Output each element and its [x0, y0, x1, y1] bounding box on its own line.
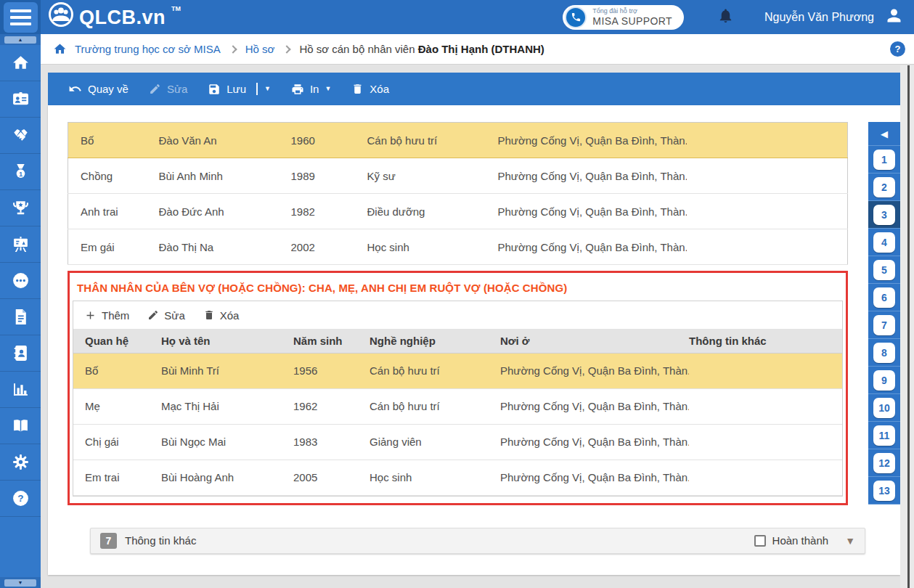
page-button-8[interactable]: 8	[868, 339, 900, 367]
sidebar-item-help[interactable]: ?	[0, 481, 41, 517]
current-user-name[interactable]: Nguyễn Văn Phương	[764, 11, 874, 24]
section-number-badge: 7	[100, 533, 117, 549]
medal-icon: 1	[12, 163, 30, 181]
document-icon	[12, 308, 30, 326]
page-button-10[interactable]: 10	[868, 394, 900, 422]
page-button-3-active[interactable]: 3	[868, 201, 900, 229]
sidebar-item-awards[interactable]: 1	[0, 154, 41, 190]
scrollbar-track[interactable]	[900, 65, 914, 588]
table-row[interactable]: Em traiBùi Hoàng Anh2005Học sinhPhường C…	[73, 460, 842, 495]
spouse-relatives-table: Quan hệHọ và tênNăm sinhNghề nghiệpNơi ở…	[73, 329, 842, 496]
help-button[interactable]: ?	[890, 41, 905, 57]
table-row-selected[interactable]: BốBùi Minh Trí1956Cán bộ hưu tríPhường C…	[73, 353, 842, 388]
menu-corner	[0, 0, 41, 34]
edit-row-button[interactable]: Sửa	[147, 309, 184, 322]
add-button[interactable]: Thêm	[84, 309, 129, 322]
spouse-relatives-section: THÂN NHÂN CỦA BÊN VỢ (HOẶC CHỒNG): CHA, …	[68, 271, 848, 505]
delete-row-button[interactable]: Xóa	[203, 309, 240, 322]
save-dropdown-caret-icon[interactable]: ▼	[264, 86, 271, 92]
page-button-13[interactable]: 13	[868, 477, 900, 505]
edit-button[interactable]: Sửa	[149, 83, 187, 95]
app-title: QLCB.vn	[79, 1, 166, 33]
phone-icon	[566, 7, 586, 28]
section-7-label: Thông tin khác	[125, 534, 196, 547]
pencil-icon	[147, 309, 159, 321]
ellipsis-circle-icon	[12, 271, 30, 290]
question-circle-icon: ?	[12, 489, 30, 507]
home-icon	[12, 54, 30, 72]
back-button[interactable]: Quay về	[68, 82, 128, 96]
sidebar-item-documents[interactable]	[0, 299, 41, 335]
trademark-label: TM	[171, 5, 181, 12]
page-button-12[interactable]: 12	[868, 449, 900, 477]
save-button[interactable]: Lưu ▼	[208, 83, 271, 96]
app-logo[interactable]: QLCB.vn TM	[48, 1, 181, 33]
page-button-9[interactable]: 9	[868, 367, 900, 394]
trophy-icon	[12, 199, 30, 217]
sidebar-item-reports[interactable]	[0, 372, 41, 408]
bar-chart-icon	[12, 380, 30, 399]
sidebar-item-contracts[interactable]	[0, 118, 41, 154]
page-button-6[interactable]: 6	[868, 284, 900, 311]
sidebar-scroll-up[interactable]: ▲	[0, 34, 41, 45]
top-app-bar: QLCB.vn TM Tổng đài hỗ trợ MISA SUPPORT …	[41, 0, 914, 34]
open-book-icon	[12, 417, 30, 435]
sidebar-item-training[interactable]	[0, 226, 41, 263]
expand-caret-icon[interactable]: ▼	[845, 535, 855, 547]
sidebar-item-library[interactable]	[0, 408, 41, 444]
pagination-collapse-button[interactable]: ◀	[868, 122, 900, 146]
section-pagination: ◀ 1 2 3 4 5 6 7 8 9 10 11 12 13	[868, 122, 900, 505]
table-row[interactable]: MẹMạc Thị Hải1962Cán bộ hưu tríPhường Cố…	[73, 388, 842, 424]
sidebar-item-more[interactable]	[0, 263, 41, 299]
employee-name: Đào Thị Hạnh (DTHANH)	[418, 43, 544, 55]
print-dropdown-caret-icon[interactable]: ▼	[325, 86, 331, 92]
home-breadcrumb-icon[interactable]	[53, 42, 67, 56]
content-area: Quay về Sửa Lưu ▼ In ▼	[41, 65, 914, 588]
breadcrumb: Trường trung học cơ sở MISA Hồ sơ Hồ sơ …	[41, 34, 914, 65]
sidebar-scroll-down[interactable]: ▼	[0, 577, 41, 588]
support-name-label: MISA SUPPORT	[592, 15, 672, 27]
scrollbar-thumb[interactable]	[907, 65, 910, 588]
support-hotline-label: Tổng đài hỗ trợ	[592, 7, 672, 15]
svg-text:?: ?	[17, 493, 23, 504]
sidebar-item-contacts[interactable]	[0, 335, 41, 372]
print-button[interactable]: In ▼	[291, 83, 331, 96]
toolbar-separator	[256, 83, 258, 95]
table-row[interactable]: Chị gáiBùi Ngọc Mai1983Giảng viênPhường …	[73, 424, 842, 460]
page-button-11[interactable]: 11	[868, 422, 900, 449]
table-header-row: Quan hệHọ và tênNăm sinhNghề nghiệpNơi ở…	[73, 329, 842, 353]
user-avatar-icon[interactable]	[884, 6, 904, 28]
sidebar-item-settings[interactable]	[0, 444, 41, 481]
page-button-2[interactable]: 2	[868, 173, 900, 201]
svg-text:1: 1	[18, 171, 22, 178]
hamburger-menu-icon[interactable]	[4, 2, 38, 33]
table-row[interactable]: Em gáiĐào Thị Na2002Học sinhPhường Cống …	[68, 229, 848, 265]
page-button-1[interactable]: 1	[868, 146, 900, 173]
notification-bell-icon[interactable]	[717, 7, 734, 27]
page-button-7[interactable]: 7	[868, 311, 900, 339]
complete-checkbox[interactable]	[754, 535, 766, 547]
sidebar-item-achievements[interactable]	[0, 190, 41, 226]
sidebar-item-home[interactable]	[0, 45, 41, 81]
left-rail: ▲ 1	[0, 0, 41, 588]
section-action-bar: Thêm Sửa Xóa	[73, 301, 842, 329]
page-button-5[interactable]: 5	[868, 256, 900, 284]
sidebar-item-profile[interactable]	[0, 81, 41, 118]
page-button-4[interactable]: 4	[868, 229, 900, 256]
address-book-icon	[12, 344, 30, 362]
table-row[interactable]: ChồngBùi Anh Minh1989Kỹ sưPhường Cống Vị…	[68, 158, 848, 194]
id-card-icon	[12, 90, 30, 108]
people-logo-icon	[48, 1, 74, 28]
misa-support-button[interactable]: Tổng đài hỗ trợ MISA SUPPORT	[563, 5, 684, 30]
sidebar: ▲ 1	[0, 34, 41, 588]
delete-button[interactable]: Xóa	[351, 83, 389, 95]
table-row-selected[interactable]: BốĐào Văn An1960Cán bộ hưu tríPhường Cốn…	[68, 123, 848, 158]
save-icon	[208, 83, 221, 96]
breadcrumb-root[interactable]: Trường trung học cơ sở MISA	[75, 43, 221, 55]
presentation-board-icon	[12, 235, 30, 253]
breadcrumb-section[interactable]: Hồ sơ	[245, 43, 275, 55]
undo-icon	[68, 82, 82, 96]
table-row[interactable]: Anh traiĐào Đức Anh1982Điều dưỡngPhường …	[68, 194, 848, 229]
complete-label: Hoàn thành	[772, 534, 829, 547]
section-7-header[interactable]: 7 Thông tin khác Hoàn thành ▼	[90, 528, 865, 554]
